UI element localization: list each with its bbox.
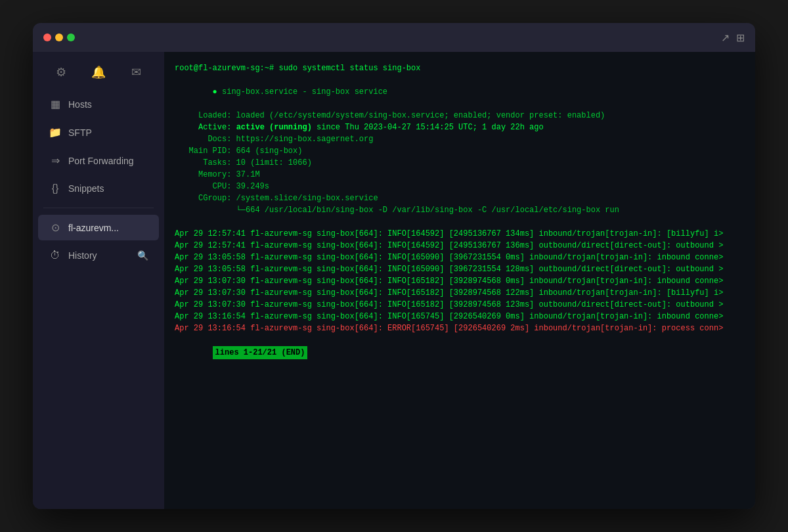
- minimize-button[interactable]: [55, 33, 63, 41]
- terminal-prompt: root@fl-azurevm-sg:~# sudo systemctl sta…: [175, 62, 745, 74]
- log-container: Apr 29 12:57:41 fl-azurevm-sg sing-box[6…: [175, 228, 745, 334]
- log-line: Apr 29 13:05:58 fl-azurevm-sg sing-box[6…: [175, 263, 745, 275]
- sidebar-item-history[interactable]: ⏱ History 🔍: [38, 243, 159, 268]
- active-session-icon: ⊙: [49, 221, 62, 234]
- mail-icon[interactable]: ✉: [131, 65, 141, 79]
- sidebar-item-sftp[interactable]: 📁 SFTP: [38, 120, 159, 145]
- term-tasks: Tasks: 10 (limit: 1066): [175, 157, 745, 169]
- history-search-icon[interactable]: 🔍: [137, 250, 148, 261]
- log-line: Apr 29 13:07:30 fl-azurevm-sg sing-box[6…: [175, 287, 745, 299]
- log-line: Apr 29 13:05:58 fl-azurevm-sg sing-box[6…: [175, 252, 745, 263]
- terminal-service-line: ● sing-box.service - sing-box service: [175, 74, 745, 110]
- sidebar: ⚙ 🔔 ✉ ▦ Hosts 📁 SFTP ⇒ Port Forwarding {…: [33, 52, 164, 509]
- term-cpu: CPU: 39.249s: [175, 181, 745, 192]
- term-docs: Docs: https://sing-box.sagernet.org: [175, 133, 745, 145]
- active-status: active (running): [236, 123, 312, 132]
- status-bar-text: lines 1-21/21 (END): [213, 346, 308, 359]
- titlebar: ↗ ⊞: [33, 23, 755, 52]
- log-line: Apr 29 13:07:30 fl-azurevm-sg sing-box[6…: [175, 275, 745, 287]
- sidebar-divider: [43, 208, 154, 208]
- settings-icon[interactable]: ⚙: [56, 65, 66, 79]
- log-line: Apr 29 13:16:54 fl-azurevm-sg sing-box[6…: [175, 322, 745, 334]
- log-line: Apr 29 12:57:41 fl-azurevm-sg sing-box[6…: [175, 228, 745, 240]
- sidebar-item-hosts[interactable]: ▦ Hosts: [38, 91, 159, 117]
- term-pid: Main PID: 664 (sing-box): [175, 145, 745, 157]
- log-line: Apr 29 13:07:30 fl-azurevm-sg sing-box[6…: [175, 299, 745, 311]
- term-loaded: Loaded: loaded (/etc/systemd/system/sing…: [175, 110, 745, 122]
- bell-icon[interactable]: 🔔: [91, 65, 106, 79]
- hosts-icon: ▦: [49, 98, 62, 110]
- share-icon[interactable]: ↗: [721, 32, 730, 44]
- terminal-area[interactable]: root@fl-azurevm-sg:~# sudo systemctl sta…: [164, 52, 755, 509]
- term-blank: [175, 216, 745, 228]
- terminal-status-bar: lines 1-21/21 (END): [175, 334, 745, 371]
- titlebar-right: ↗ ⊞: [721, 32, 745, 44]
- sidebar-label-hosts: Hosts: [68, 99, 148, 110]
- service-indicator: ●: [213, 87, 222, 97]
- sftp-icon: 📁: [49, 126, 62, 139]
- term-memory: Memory: 37.1M: [175, 169, 745, 181]
- service-name: sing-box.service - sing-box service: [222, 87, 387, 97]
- snippets-icon: {}: [49, 183, 62, 194]
- close-button[interactable]: [43, 33, 51, 41]
- sidebar-top-icons: ⚙ 🔔 ✉: [33, 60, 164, 90]
- sidebar-item-fl-azurevm[interactable]: ⊙ fl-azurevm...: [38, 215, 159, 240]
- log-line: Apr 29 13:16:54 fl-azurevm-sg sing-box[6…: [175, 311, 745, 322]
- sidebar-label-history: History: [68, 250, 131, 261]
- log-line: Apr 29 12:57:41 fl-azurevm-sg sing-box[6…: [175, 240, 745, 252]
- main-content: ⚙ 🔔 ✉ ▦ Hosts 📁 SFTP ⇒ Port Forwarding {…: [33, 52, 755, 509]
- term-cgroup: CGroup: /system.slice/sing-box.service: [175, 192, 745, 204]
- maximize-button[interactable]: [67, 33, 75, 41]
- term-cgroup2: └─664 /usr/local/bin/sing-box -D /var/li…: [175, 204, 745, 216]
- history-icon: ⏱: [49, 250, 62, 261]
- sidebar-label-fl-azurevm: fl-azurevm...: [68, 223, 148, 233]
- sidebar-item-snippets[interactable]: {} Snippets: [38, 176, 159, 201]
- sidebar-label-sftp: SFTP: [68, 127, 148, 138]
- split-icon[interactable]: ⊞: [736, 32, 745, 44]
- app-window: ↗ ⊞ ⚙ 🔔 ✉ ▦ Hosts 📁 SFTP ⇒ Port Forwardi…: [33, 23, 755, 509]
- term-active: Active: active (running) since Thu 2023-…: [175, 122, 745, 133]
- sidebar-label-port-forwarding: Port Forwarding: [68, 156, 148, 166]
- traffic-lights: [43, 33, 75, 41]
- sidebar-label-snippets: Snippets: [68, 183, 148, 194]
- port-forwarding-icon: ⇒: [49, 154, 62, 167]
- sidebar-item-port-forwarding[interactable]: ⇒ Port Forwarding: [38, 148, 159, 173]
